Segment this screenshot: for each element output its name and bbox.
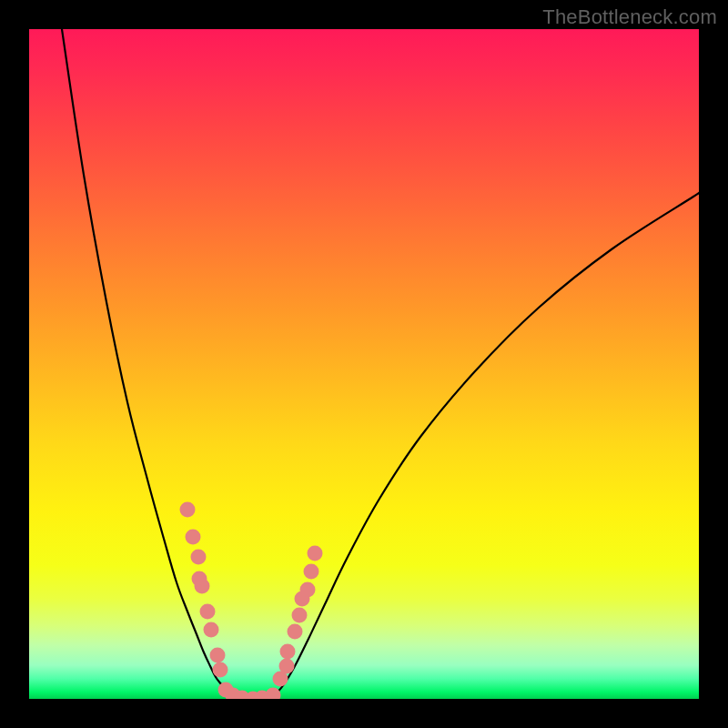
data-point xyxy=(210,648,226,663)
data-point xyxy=(180,502,196,518)
data-point xyxy=(280,644,296,660)
data-point xyxy=(288,624,303,640)
data-point xyxy=(279,659,295,674)
data-point xyxy=(213,662,228,678)
data-point xyxy=(195,579,210,594)
chart-frame: TheBottleneck.com xyxy=(0,0,728,728)
curve-left-branch xyxy=(62,29,231,695)
data-point xyxy=(292,608,308,623)
data-point xyxy=(308,546,323,561)
chart-svg xyxy=(29,29,699,699)
scatter-points xyxy=(180,502,323,700)
data-point xyxy=(266,688,281,700)
watermark-text: TheBottleneck.com xyxy=(542,5,717,29)
data-point xyxy=(200,604,216,620)
data-point xyxy=(204,622,219,638)
data-point xyxy=(300,582,316,598)
curve-right-branch xyxy=(275,191,699,695)
data-point xyxy=(304,564,319,580)
curve-group xyxy=(62,29,699,699)
data-point xyxy=(191,550,207,565)
data-point xyxy=(186,530,201,545)
plot-area xyxy=(29,29,699,699)
